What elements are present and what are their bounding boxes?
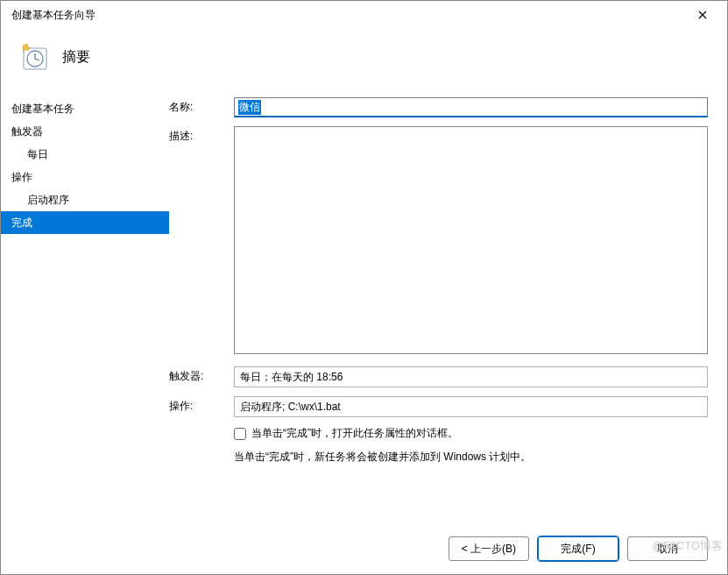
trigger-value[interactable]: 每日；在每天的 18:56 <box>234 366 708 387</box>
content: 创建基本任务 触发器 每日 操作 启动程序 完成 名称: 微信 描述: 触发器:… <box>1 92 727 523</box>
wizard-header: 摘要 <box>1 29 727 92</box>
description-input[interactable] <box>234 126 708 354</box>
back-button[interactable]: < 上一步(B) <box>449 536 529 561</box>
page-title: 摘要 <box>62 48 90 67</box>
wizard-footer: < 上一步(B) 完成(F) 取消 <box>1 523 727 574</box>
step-create-task[interactable]: 创建基本任务 <box>1 97 169 120</box>
clock-icon <box>18 41 50 73</box>
action-value[interactable]: 启动程序; C:\wx\1.bat <box>234 396 708 417</box>
step-start-program[interactable]: 启动程序 <box>1 188 169 211</box>
step-action[interactable]: 操作 <box>1 166 169 188</box>
close-button[interactable] <box>685 3 720 27</box>
name-label: 名称: <box>169 97 234 115</box>
step-trigger[interactable]: 触发器 <box>1 120 169 143</box>
cancel-button[interactable]: 取消 <box>627 536 708 561</box>
window-title: 创建基本任务向导 <box>11 8 95 23</box>
step-daily[interactable]: 每日 <box>1 143 169 166</box>
desc-label: 描述: <box>169 126 234 144</box>
action-label: 操作: <box>169 396 234 414</box>
trigger-label: 触发器: <box>169 366 234 384</box>
open-properties-label: 当单击“完成”时，打开此任务属性的对话框。 <box>251 426 458 441</box>
name-value-selected: 微信 <box>238 100 261 115</box>
finish-button[interactable]: 完成(F) <box>538 536 618 561</box>
form-panel: 名称: 微信 描述: 触发器: 每日；在每天的 18:56 操作: 启动程序; … <box>169 92 727 523</box>
close-icon <box>698 11 707 19</box>
name-input[interactable]: 微信 <box>234 97 708 117</box>
titlebar: 创建基本任务向导 <box>1 1 727 29</box>
open-properties-checkbox[interactable] <box>234 428 246 440</box>
info-text: 当单击“完成”时，新任务将会被创建并添加到 Windows 计划中。 <box>234 450 708 465</box>
wizard-steps: 创建基本任务 触发器 每日 操作 启动程序 完成 <box>1 92 169 523</box>
step-finish[interactable]: 完成 <box>1 211 169 234</box>
